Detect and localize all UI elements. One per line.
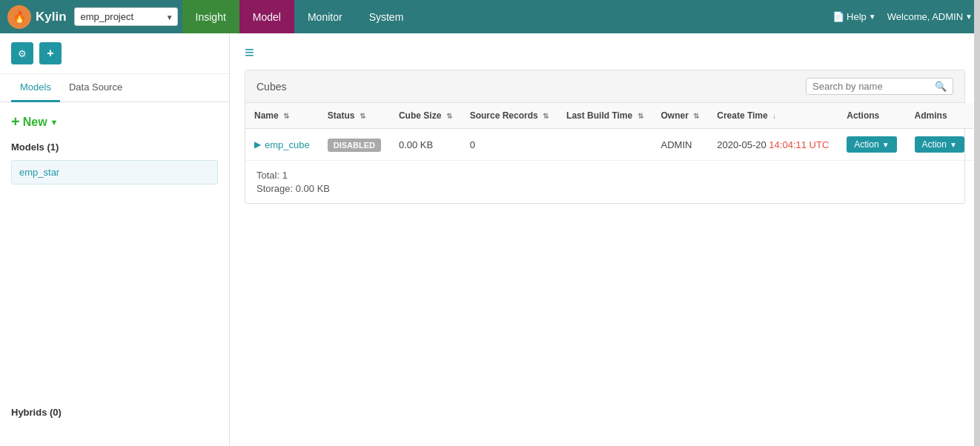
sort-icon: ⇅ <box>360 112 365 120</box>
cubes-table: Name ⇅ Status ⇅ Cube Size ⇅ Source Rec <box>245 103 973 161</box>
col-status[interactable]: Status ⇅ <box>319 103 390 129</box>
cell-actions: Action ▼ <box>838 129 905 161</box>
cell-create-time: 2020-05-20 14:04:11 UTC <box>708 129 838 161</box>
col-actions: Actions <box>838 103 905 129</box>
new-button[interactable]: + New ▼ <box>11 113 218 130</box>
plus-icon: + <box>47 47 53 60</box>
cubes-title: Cubes <box>256 81 286 93</box>
sort-icon: ⇅ <box>446 112 452 120</box>
col-last-build-time[interactable]: Last Build Time ⇅ <box>557 103 652 129</box>
scrollbar[interactable] <box>974 0 980 446</box>
search-wrap: 🔍 <box>806 78 953 95</box>
welcome-menu[interactable]: Welcome, ADMIN ▼ <box>887 11 973 22</box>
list-item[interactable]: emp_star <box>11 160 218 184</box>
tab-datasource[interactable]: Data Source <box>60 74 131 102</box>
nav-item-system[interactable]: System <box>356 0 417 33</box>
hamburger-btn[interactable]: ≡ <box>245 44 965 61</box>
models-section-title: Models (1) <box>11 142 218 153</box>
nav-item-model[interactable]: Model <box>239 0 294 33</box>
cube-arrow-icon: ▶ <box>254 139 261 150</box>
app-title: Kylin <box>36 10 67 24</box>
project-select[interactable]: emp_project <box>74 7 178 26</box>
total-label: Total: 1 <box>256 170 953 181</box>
table-header-row: Name ⇅ Status ⇅ Cube Size ⇅ Source Rec <box>245 103 973 129</box>
sidebar: ⚙ + Models Data Source + New ▼ Models (1… <box>0 33 230 446</box>
col-owner[interactable]: Owner ⇅ <box>652 103 709 129</box>
admin-caret-icon: ▼ <box>950 141 957 149</box>
help-icon: 📄 <box>832 11 844 22</box>
table-row: ▶ emp_cube DISABLED 0.00 KB 0 ADMIN 2020 <box>245 129 973 161</box>
hamburger-icon: ≡ <box>245 43 254 61</box>
admin-action-button[interactable]: Action ▼ <box>915 136 964 153</box>
hybrids-title: Hybrids (0) <box>11 407 218 418</box>
main-container: ⚙ + Models Data Source + New ▼ Models (1… <box>0 33 980 446</box>
search-icon[interactable]: 🔍 <box>935 81 947 92</box>
cell-cube-size: 0.00 KB <box>390 129 461 161</box>
cell-last-build-time <box>557 129 652 161</box>
project-select-wrap[interactable]: emp_project ▼ <box>74 7 178 26</box>
nav-item-monitor[interactable]: Monitor <box>294 0 356 33</box>
welcome-caret-icon: ▼ <box>965 13 973 21</box>
settings-icon: ⚙ <box>18 48 27 59</box>
status-badge: DISABLED <box>328 139 381 152</box>
sort-icon: ⇅ <box>693 112 699 120</box>
cell-name: ▶ emp_cube <box>245 129 319 161</box>
logo-icon: 🔥 <box>7 5 31 29</box>
cell-status: DISABLED <box>319 129 390 161</box>
col-cube-size[interactable]: Cube Size ⇅ <box>390 103 461 129</box>
new-caret-icon: ▼ <box>50 118 59 127</box>
cell-owner: ADMIN <box>652 129 709 161</box>
sidebar-icon-btn-1[interactable]: ⚙ <box>11 42 33 64</box>
new-plus-icon: + <box>11 113 20 130</box>
action-caret-icon: ▼ <box>882 141 890 149</box>
cube-name-link[interactable]: ▶ emp_cube <box>254 139 310 150</box>
col-admins: Admins <box>906 103 973 129</box>
col-source-records[interactable]: Source Records ⇅ <box>461 103 557 129</box>
storage-label: Storage: 0.00 KB <box>256 183 953 194</box>
tab-models[interactable]: Models <box>11 74 60 102</box>
action-button[interactable]: Action ▼ <box>847 136 896 153</box>
sort-icon: ⇅ <box>543 112 549 120</box>
cubes-panel-header: Cubes 🔍 <box>245 70 964 103</box>
col-name[interactable]: Name ⇅ <box>245 103 319 129</box>
sort-icon-down: ↓ <box>772 112 776 120</box>
create-time-date: 2020-05-20 <box>717 139 769 150</box>
help-caret-icon: ▼ <box>869 13 876 21</box>
help-menu[interactable]: 📄 Help ▼ <box>832 11 876 22</box>
table-footer: Total: 1 Storage: 0.00 KB <box>245 161 964 203</box>
sidebar-body: + New ▼ Models (1) emp_star Hybrids (0) <box>0 102 229 446</box>
cubes-panel: Cubes 🔍 Name ⇅ Status ⇅ <box>245 70 965 204</box>
sidebar-toolbar: ⚙ + <box>0 33 229 74</box>
app-logo[interactable]: 🔥 Kylin <box>7 5 67 29</box>
sidebar-icon-btn-2[interactable]: + <box>39 42 62 64</box>
col-create-time[interactable]: Create Time ↓ <box>708 103 838 129</box>
cell-admins: Action ▼ <box>906 129 973 161</box>
search-input[interactable] <box>812 81 931 92</box>
sidebar-tabs: Models Data Source <box>0 74 229 102</box>
content-area: ≡ Cubes 🔍 Name ⇅ <box>230 33 980 446</box>
nav-item-insight[interactable]: Insight <box>182 0 239 33</box>
top-navbar: 🔥 Kylin emp_project ▼ Insight Model Moni… <box>0 0 980 33</box>
sort-icon: ⇅ <box>283 112 289 120</box>
create-time-time: 14:04:11 UTC <box>769 139 829 150</box>
cell-source-records: 0 <box>461 129 557 161</box>
sort-icon: ⇅ <box>638 112 643 120</box>
